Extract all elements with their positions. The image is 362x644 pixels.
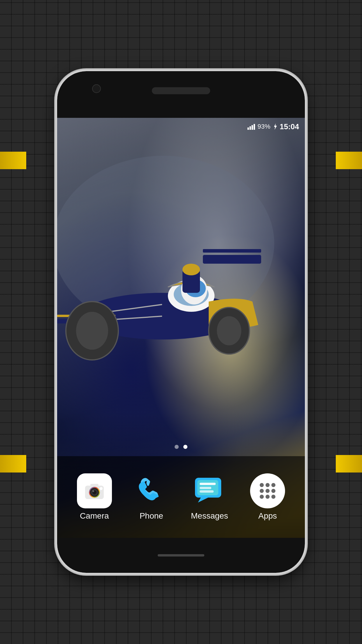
battery-percent: 93%: [257, 123, 270, 130]
svg-point-41: [271, 495, 275, 499]
svg-point-17: [217, 316, 241, 345]
phone-svg: [134, 473, 169, 508]
racing-stripe-right-top: [336, 152, 362, 169]
messages-label: Messages: [191, 511, 228, 521]
phone-icon: [134, 473, 169, 508]
page-dot-2: [183, 445, 187, 449]
svg-point-35: [271, 483, 275, 487]
apps-icon: [250, 473, 285, 508]
charging-icon: [273, 123, 277, 130]
messages-svg: [192, 473, 227, 508]
camera-icon: [77, 473, 112, 508]
apps-label: Apps: [258, 511, 277, 521]
messages-icon: [192, 473, 227, 508]
top-bezel: [57, 71, 305, 118]
home-bar: [158, 554, 204, 556]
f1-car-image: [57, 141, 305, 480]
camera-label: Camera: [80, 511, 109, 521]
svg-rect-30: [200, 483, 216, 485]
signal-bar-4: [254, 124, 255, 130]
page-dot-1: [175, 445, 179, 449]
status-time: 15:04: [280, 122, 299, 131]
bottom-bezel: [57, 538, 305, 573]
racing-stripe-left-bottom: [0, 455, 26, 473]
svg-point-15: [76, 312, 108, 350]
svg-rect-31: [200, 487, 211, 489]
signal-bar-3: [252, 125, 253, 130]
dock-item-messages[interactable]: Messages: [191, 473, 228, 521]
front-camera: [92, 84, 101, 93]
svg-point-37: [266, 489, 270, 493]
svg-marker-18: [274, 123, 277, 130]
svg-point-39: [260, 495, 264, 499]
svg-rect-10: [203, 255, 261, 264]
svg-point-27: [134, 473, 169, 508]
racing-stripe-right-bottom: [336, 455, 362, 473]
racing-stripe-left-top: [0, 152, 26, 169]
phone-screen: 93% 15:04: [57, 118, 305, 538]
signal-bar-2: [249, 126, 251, 130]
dock-item-apps[interactable]: Apps: [250, 473, 285, 521]
speaker: [152, 87, 210, 94]
svg-point-40: [266, 495, 270, 499]
apps-svg: [256, 479, 279, 503]
signal-icon: [247, 123, 255, 130]
signal-bar-1: [247, 127, 249, 130]
dock-item-camera[interactable]: Camera: [77, 473, 112, 521]
svg-point-9: [182, 264, 200, 275]
dock-item-phone[interactable]: Phone: [134, 473, 169, 521]
svg-point-24: [92, 490, 94, 492]
svg-point-33: [260, 483, 264, 487]
phone-label: Phone: [140, 511, 163, 521]
status-bar-right: 93% 15:04: [247, 122, 299, 131]
phone-frame: 93% 15:04: [57, 71, 305, 573]
status-bar: 93% 15:04: [57, 118, 305, 135]
svg-point-38: [271, 489, 275, 493]
svg-point-25: [100, 487, 103, 490]
svg-rect-11: [203, 249, 261, 253]
camera-svg: [83, 479, 106, 503]
dock: Camera Phone: [57, 456, 305, 538]
svg-rect-32: [200, 490, 214, 493]
page-indicator: [57, 445, 305, 449]
svg-rect-20: [90, 484, 99, 487]
svg-point-36: [260, 489, 264, 493]
svg-point-34: [266, 483, 270, 487]
